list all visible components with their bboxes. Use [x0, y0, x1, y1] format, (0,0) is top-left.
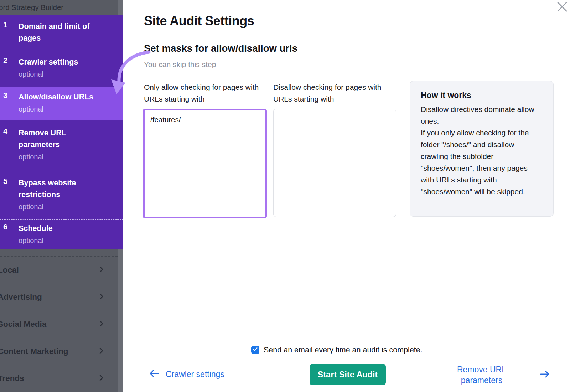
wizard-step-allow-disallow-urls[interactable]: 3 Allow/disallow URLs optional: [0, 87, 123, 120]
arrow-right-icon[interactable]: [540, 370, 550, 380]
disallow-urls-label: Disallow checking for pages with URLs st…: [273, 81, 396, 105]
background-item-strategy-builder: ord Strategy Builder: [0, 0, 120, 15]
how-it-works-panel: How it works Disallow directives dominat…: [410, 81, 554, 217]
email-notification-row: Send an email every time an audit is com…: [251, 345, 423, 355]
back-to-crawler-settings-link[interactable]: Crawler settings: [149, 369, 224, 379]
wizard-step-domain-and-limit[interactable]: 1 Domain and limit of pages: [0, 15, 123, 51]
how-it-works-text-2: If you only allow checking for the folde…: [421, 127, 543, 197]
screen: ord Strategy Builder Local Advertising S…: [0, 0, 570, 392]
disallow-urls-textarea[interactable]: [273, 109, 396, 217]
chevron-right-icon: [97, 373, 105, 383]
checkmark-icon: [252, 346, 258, 354]
how-it-works-title: How it works: [421, 91, 543, 100]
section-heading: Set masks for allow/disallow urls: [144, 43, 297, 54]
skip-note: You can skip this step: [144, 60, 216, 69]
background-menu: Local Advertising Social Media Content M…: [0, 256, 118, 392]
email-checkbox[interactable]: [251, 346, 259, 354]
allow-urls-textarea[interactable]: /features/: [143, 109, 267, 218]
wizard-step-crawler-settings[interactable]: 2 Crawler settings optional: [0, 51, 123, 87]
page-title: Site Audit Settings: [144, 14, 254, 29]
sidebar-item-social-media[interactable]: Social Media: [0, 311, 118, 338]
sidebar-item-advertising[interactable]: Advertising: [0, 284, 118, 311]
chevron-right-icon: [97, 346, 105, 356]
how-it-works-text-1: Disallow directives dominate allow ones.: [421, 103, 543, 127]
start-site-audit-button[interactable]: Start Site Audit: [310, 364, 386, 385]
wizard-steps: 1 Domain and limit of pages 2 Crawler se…: [0, 15, 123, 249]
sidebar-item-trends[interactable]: Trends: [0, 365, 118, 392]
chevron-right-icon: [97, 292, 105, 302]
sidebar-item-content-marketing[interactable]: Content Marketing: [0, 338, 118, 365]
wizard-step-schedule[interactable]: 6 Schedule optional: [0, 219, 123, 249]
wizard-step-bypass-restrictions[interactable]: 5 Bypass website restrictions optional: [0, 171, 123, 219]
chevron-right-icon: [97, 319, 105, 329]
site-audit-settings-modal: Site Audit Settings Set masks for allow/…: [123, 0, 570, 392]
wizard-step-remove-url-parameters[interactable]: 4 Remove URL parameters optional: [0, 120, 123, 171]
email-checkbox-label[interactable]: Send an email every time an audit is com…: [264, 345, 423, 355]
next-remove-url-parameters-link[interactable]: Remove URL parameters: [446, 364, 517, 386]
allow-urls-label: Only allow checking for pages with URLs …: [144, 81, 267, 105]
sidebar-item-local[interactable]: Local: [0, 257, 118, 284]
arrow-left-icon: [149, 369, 159, 379]
chevron-right-icon: [97, 265, 105, 275]
close-icon[interactable]: [556, 1, 568, 13]
